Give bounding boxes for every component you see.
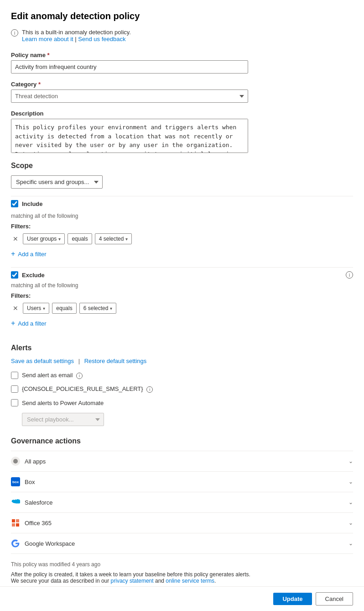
exclude-filter-operator: equals <box>52 303 76 314</box>
all-apps-name: All apps <box>25 458 46 465</box>
policy-name-field: Policy name <box>11 52 353 74</box>
send-feedback-link[interactable]: Send us feedback <box>78 36 125 42</box>
governance-item-google[interactable]: Google Workspace ⌄ <box>11 533 353 554</box>
power-automate-checkbox[interactable] <box>11 399 18 406</box>
governance-title: Governance actions <box>11 437 353 445</box>
exclude-filter-type-chevron: ▾ <box>43 306 45 311</box>
exclude-filter-remove-btn[interactable]: ✕ <box>11 304 20 313</box>
google-chevron: ⌄ <box>348 540 353 547</box>
exclude-label[interactable]: Exclude <box>22 272 45 279</box>
box-name: Box <box>25 479 35 485</box>
modified-note: This policy was modified 4 years ago <box>11 561 353 568</box>
info-text: This is a built-in anomaly detection pol… <box>22 29 131 42</box>
include-filter-remove-btn[interactable]: ✕ <box>11 234 20 243</box>
include-filter-type[interactable]: User groups ▾ <box>23 233 65 244</box>
alerts-title: Alerts <box>11 344 353 352</box>
sms-row: {CONSOLE_POLICIES_RULE_SMS_ALERT} i <box>11 385 353 393</box>
privacy-statement-link[interactable]: privacy statement <box>111 578 154 584</box>
include-filter-operator: equals <box>68 233 92 244</box>
svg-point-0 <box>13 459 18 464</box>
save-default-link[interactable]: Save as default settings <box>11 358 74 364</box>
plus-icon-2: + <box>11 319 15 327</box>
exclude-filter-value[interactable]: 6 selected ▾ <box>79 303 117 314</box>
governance-item-office365[interactable]: Office 365 ⌄ <box>11 513 353 533</box>
gov-left-office365: Office 365 <box>11 518 52 527</box>
governance-item-salesforce[interactable]: Salesforce ⌄ <box>11 492 353 513</box>
office365-icon <box>11 518 20 527</box>
bottom-action-bar: Update Cancel <box>0 586 364 611</box>
description-field: Description This policy profiles your en… <box>11 110 353 154</box>
sms-label[interactable]: {CONSOLE_POLICIES_RULE_SMS_ALERT} i <box>22 385 153 393</box>
scope-select[interactable]: Specific users and groups... <box>11 175 103 189</box>
svg-rect-1 <box>12 519 15 522</box>
category-label: Category <box>11 81 353 88</box>
plus-icon: + <box>11 250 15 258</box>
playbook-select-wrapper: Select playbook... <box>11 413 353 426</box>
footer-notice: After the policy is created, it takes a … <box>11 571 353 584</box>
gov-left-salesforce: Salesforce <box>11 498 52 507</box>
policy-name-input[interactable] <box>11 60 248 74</box>
description-label: Description <box>11 110 353 117</box>
svg-rect-4 <box>16 523 19 527</box>
salesforce-chevron: ⌄ <box>348 499 353 506</box>
service-terms-link[interactable]: online service terms <box>166 578 214 584</box>
governance-item-all-apps[interactable]: All apps ⌄ <box>11 451 353 472</box>
send-email-checkbox[interactable] <box>11 372 18 379</box>
all-apps-chevron: ⌄ <box>348 458 353 464</box>
google-name: Google Workspace <box>25 540 75 547</box>
exclude-filter-row: ✕ Users ▾ equals 6 selected ▾ <box>11 303 353 314</box>
governance-item-box[interactable]: box Box ⌄ <box>11 472 353 492</box>
scope-dropdown-field: Specific users and groups... <box>11 175 353 189</box>
svg-rect-3 <box>12 523 15 527</box>
send-email-label[interactable]: Send alert as email i <box>22 372 83 379</box>
include-matching-label: matching all of the following <box>11 213 353 219</box>
scope-section-title: Scope <box>11 162 353 170</box>
include-filter-type-chevron: ▾ <box>58 237 61 242</box>
exclude-filter-type[interactable]: Users ▾ <box>23 303 49 314</box>
include-filter-value[interactable]: 4 selected ▾ <box>95 233 132 244</box>
exclude-left: Exclude <box>11 271 45 279</box>
exclude-filter-value-chevron: ▾ <box>110 306 112 311</box>
include-add-filter-btn[interactable]: + Add a filter <box>11 248 47 260</box>
category-field: Category Threat detection <box>11 81 353 103</box>
exclude-matching-label: matching all of the following <box>11 282 353 289</box>
cancel-button[interactable]: Cancel <box>316 592 353 606</box>
category-select[interactable]: Threat detection <box>11 90 248 103</box>
exclude-add-filter-btn[interactable]: + Add a filter <box>11 317 47 329</box>
exclude-divider: Exclude i <box>11 267 353 279</box>
description-textarea[interactable]: This policy profiles your environment an… <box>11 119 248 153</box>
power-automate-label[interactable]: Send alerts to Power Automate <box>22 400 104 406</box>
update-button[interactable]: Update <box>273 593 312 605</box>
exclude-info-icon[interactable]: i <box>346 271 353 279</box>
info-icon: i <box>11 29 18 37</box>
alerts-section: Alerts Save as default settings | Restor… <box>11 344 353 426</box>
exclude-row: Exclude i <box>11 271 353 279</box>
exclude-section: Exclude i <box>11 267 353 279</box>
info-bar: i This is a built-in anomaly detection p… <box>11 29 353 42</box>
page-title: Edit anomaly detection policy <box>11 11 353 21</box>
google-icon <box>11 539 20 548</box>
gov-left-all-apps: All apps <box>11 457 46 466</box>
include-row: Include <box>11 196 353 207</box>
playbook-select[interactable]: Select playbook... <box>22 413 104 426</box>
include-filter-value-chevron: ▾ <box>125 237 128 242</box>
box-icon: box <box>11 477 20 486</box>
sms-checkbox[interactable] <box>11 385 18 393</box>
include-filters-label: Filters: <box>11 223 353 230</box>
salesforce-icon <box>11 498 20 507</box>
exclude-checkbox[interactable] <box>11 271 18 279</box>
include-filter-row: ✕ User groups ▾ equals 4 selected ▾ <box>11 233 353 244</box>
exclude-filters-label: Filters: <box>11 292 353 299</box>
restore-default-link[interactable]: Restore default settings <box>84 358 147 364</box>
gov-left-google: Google Workspace <box>11 539 75 548</box>
svg-rect-2 <box>16 519 19 522</box>
sms-info-icon[interactable]: i <box>146 386 153 393</box>
governance-section: Governance actions All apps ⌄ box Box ⌄ <box>11 437 353 554</box>
include-label[interactable]: Include <box>22 200 43 207</box>
learn-more-link[interactable]: Learn more about it <box>22 36 73 42</box>
all-apps-icon <box>11 457 20 466</box>
alerts-links: Save as default settings | Restore defau… <box>11 358 353 364</box>
salesforce-name: Salesforce <box>25 499 52 506</box>
include-checkbox[interactable] <box>11 200 18 207</box>
send-email-info-icon[interactable]: i <box>76 373 83 379</box>
